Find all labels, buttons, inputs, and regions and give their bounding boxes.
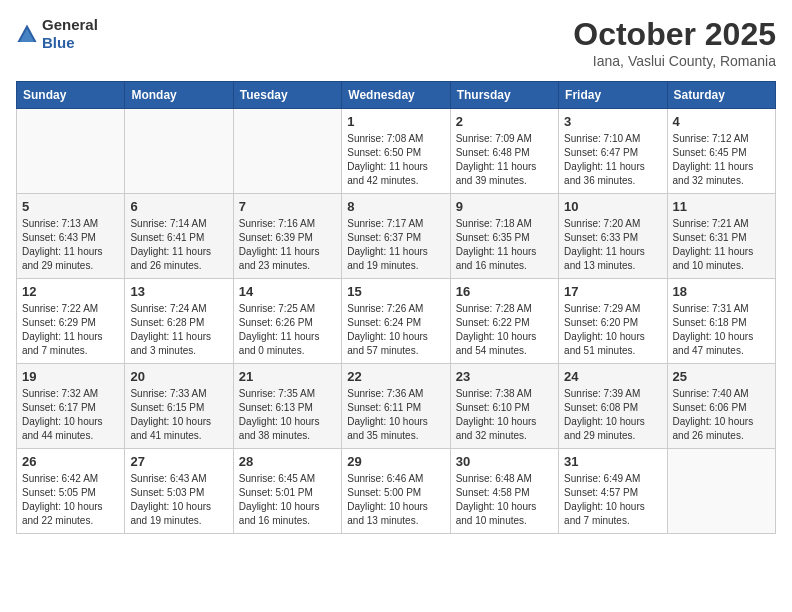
weekday-header-friday: Friday <box>559 82 667 109</box>
day-number: 31 <box>564 454 661 469</box>
calendar-cell: 7Sunrise: 7:16 AM Sunset: 6:39 PM Daylig… <box>233 194 341 279</box>
day-info: Sunrise: 7:13 AM Sunset: 6:43 PM Dayligh… <box>22 217 119 273</box>
day-info: Sunrise: 6:46 AM Sunset: 5:00 PM Dayligh… <box>347 472 444 528</box>
day-info: Sunrise: 7:22 AM Sunset: 6:29 PM Dayligh… <box>22 302 119 358</box>
calendar-cell: 4Sunrise: 7:12 AM Sunset: 6:45 PM Daylig… <box>667 109 775 194</box>
day-number: 12 <box>22 284 119 299</box>
day-number: 11 <box>673 199 770 214</box>
day-number: 1 <box>347 114 444 129</box>
calendar-cell: 13Sunrise: 7:24 AM Sunset: 6:28 PM Dayli… <box>125 279 233 364</box>
day-info: Sunrise: 7:26 AM Sunset: 6:24 PM Dayligh… <box>347 302 444 358</box>
day-number: 4 <box>673 114 770 129</box>
week-row-1: 1Sunrise: 7:08 AM Sunset: 6:50 PM Daylig… <box>17 109 776 194</box>
day-number: 5 <box>22 199 119 214</box>
day-number: 10 <box>564 199 661 214</box>
day-number: 20 <box>130 369 227 384</box>
calendar-cell: 29Sunrise: 6:46 AM Sunset: 5:00 PM Dayli… <box>342 449 450 534</box>
calendar-title: October 2025 <box>573 16 776 53</box>
day-info: Sunrise: 7:40 AM Sunset: 6:06 PM Dayligh… <box>673 387 770 443</box>
calendar-cell: 23Sunrise: 7:38 AM Sunset: 6:10 PM Dayli… <box>450 364 558 449</box>
day-info: Sunrise: 7:31 AM Sunset: 6:18 PM Dayligh… <box>673 302 770 358</box>
day-info: Sunrise: 7:21 AM Sunset: 6:31 PM Dayligh… <box>673 217 770 273</box>
calendar-cell: 16Sunrise: 7:28 AM Sunset: 6:22 PM Dayli… <box>450 279 558 364</box>
calendar-cell <box>667 449 775 534</box>
calendar-cell: 9Sunrise: 7:18 AM Sunset: 6:35 PM Daylig… <box>450 194 558 279</box>
calendar-cell: 10Sunrise: 7:20 AM Sunset: 6:33 PM Dayli… <box>559 194 667 279</box>
calendar-cell: 2Sunrise: 7:09 AM Sunset: 6:48 PM Daylig… <box>450 109 558 194</box>
day-number: 19 <box>22 369 119 384</box>
calendar-cell: 25Sunrise: 7:40 AM Sunset: 6:06 PM Dayli… <box>667 364 775 449</box>
day-info: Sunrise: 6:42 AM Sunset: 5:05 PM Dayligh… <box>22 472 119 528</box>
day-info: Sunrise: 7:14 AM Sunset: 6:41 PM Dayligh… <box>130 217 227 273</box>
day-number: 9 <box>456 199 553 214</box>
weekday-header-thursday: Thursday <box>450 82 558 109</box>
calendar-cell: 11Sunrise: 7:21 AM Sunset: 6:31 PM Dayli… <box>667 194 775 279</box>
calendar-cell: 1Sunrise: 7:08 AM Sunset: 6:50 PM Daylig… <box>342 109 450 194</box>
day-info: Sunrise: 7:09 AM Sunset: 6:48 PM Dayligh… <box>456 132 553 188</box>
calendar-subtitle: Iana, Vaslui County, Romania <box>573 53 776 69</box>
day-number: 23 <box>456 369 553 384</box>
calendar-cell: 19Sunrise: 7:32 AM Sunset: 6:17 PM Dayli… <box>17 364 125 449</box>
day-info: Sunrise: 7:16 AM Sunset: 6:39 PM Dayligh… <box>239 217 336 273</box>
day-info: Sunrise: 7:38 AM Sunset: 6:10 PM Dayligh… <box>456 387 553 443</box>
day-number: 24 <box>564 369 661 384</box>
logo-blue: Blue <box>42 34 98 52</box>
day-info: Sunrise: 7:10 AM Sunset: 6:47 PM Dayligh… <box>564 132 661 188</box>
day-number: 29 <box>347 454 444 469</box>
calendar-cell: 26Sunrise: 6:42 AM Sunset: 5:05 PM Dayli… <box>17 449 125 534</box>
calendar-cell: 3Sunrise: 7:10 AM Sunset: 6:47 PM Daylig… <box>559 109 667 194</box>
calendar-cell <box>17 109 125 194</box>
day-info: Sunrise: 7:33 AM Sunset: 6:15 PM Dayligh… <box>130 387 227 443</box>
day-info: Sunrise: 7:39 AM Sunset: 6:08 PM Dayligh… <box>564 387 661 443</box>
day-info: Sunrise: 6:49 AM Sunset: 4:57 PM Dayligh… <box>564 472 661 528</box>
day-info: Sunrise: 6:43 AM Sunset: 5:03 PM Dayligh… <box>130 472 227 528</box>
day-number: 14 <box>239 284 336 299</box>
day-info: Sunrise: 7:36 AM Sunset: 6:11 PM Dayligh… <box>347 387 444 443</box>
calendar-cell: 28Sunrise: 6:45 AM Sunset: 5:01 PM Dayli… <box>233 449 341 534</box>
weekday-header-tuesday: Tuesday <box>233 82 341 109</box>
calendar-cell <box>125 109 233 194</box>
day-number: 27 <box>130 454 227 469</box>
day-number: 18 <box>673 284 770 299</box>
day-info: Sunrise: 6:45 AM Sunset: 5:01 PM Dayligh… <box>239 472 336 528</box>
calendar-cell: 6Sunrise: 7:14 AM Sunset: 6:41 PM Daylig… <box>125 194 233 279</box>
calendar-cell: 15Sunrise: 7:26 AM Sunset: 6:24 PM Dayli… <box>342 279 450 364</box>
day-number: 15 <box>347 284 444 299</box>
calendar-cell: 21Sunrise: 7:35 AM Sunset: 6:13 PM Dayli… <box>233 364 341 449</box>
day-number: 16 <box>456 284 553 299</box>
day-number: 6 <box>130 199 227 214</box>
weekday-header-sunday: Sunday <box>17 82 125 109</box>
day-number: 28 <box>239 454 336 469</box>
day-number: 22 <box>347 369 444 384</box>
weekday-header-row: SundayMondayTuesdayWednesdayThursdayFrid… <box>17 82 776 109</box>
weekday-header-wednesday: Wednesday <box>342 82 450 109</box>
calendar-cell: 5Sunrise: 7:13 AM Sunset: 6:43 PM Daylig… <box>17 194 125 279</box>
day-info: Sunrise: 7:32 AM Sunset: 6:17 PM Dayligh… <box>22 387 119 443</box>
calendar-table: SundayMondayTuesdayWednesdayThursdayFrid… <box>16 81 776 534</box>
week-row-2: 5Sunrise: 7:13 AM Sunset: 6:43 PM Daylig… <box>17 194 776 279</box>
calendar-cell: 27Sunrise: 6:43 AM Sunset: 5:03 PM Dayli… <box>125 449 233 534</box>
calendar-cell: 31Sunrise: 6:49 AM Sunset: 4:57 PM Dayli… <box>559 449 667 534</box>
calendar-cell: 30Sunrise: 6:48 AM Sunset: 4:58 PM Dayli… <box>450 449 558 534</box>
day-number: 30 <box>456 454 553 469</box>
day-number: 3 <box>564 114 661 129</box>
weekday-header-saturday: Saturday <box>667 82 775 109</box>
day-number: 8 <box>347 199 444 214</box>
weekday-header-monday: Monday <box>125 82 233 109</box>
calendar-cell: 20Sunrise: 7:33 AM Sunset: 6:15 PM Dayli… <box>125 364 233 449</box>
page-header: General Blue October 2025 Iana, Vaslui C… <box>16 16 776 69</box>
day-info: Sunrise: 7:18 AM Sunset: 6:35 PM Dayligh… <box>456 217 553 273</box>
day-info: Sunrise: 7:20 AM Sunset: 6:33 PM Dayligh… <box>564 217 661 273</box>
calendar-cell: 22Sunrise: 7:36 AM Sunset: 6:11 PM Dayli… <box>342 364 450 449</box>
day-number: 2 <box>456 114 553 129</box>
day-info: Sunrise: 7:12 AM Sunset: 6:45 PM Dayligh… <box>673 132 770 188</box>
day-info: Sunrise: 6:48 AM Sunset: 4:58 PM Dayligh… <box>456 472 553 528</box>
day-number: 21 <box>239 369 336 384</box>
calendar-cell <box>233 109 341 194</box>
logo-icon <box>16 23 38 45</box>
logo-general: General <box>42 16 98 34</box>
week-row-5: 26Sunrise: 6:42 AM Sunset: 5:05 PM Dayli… <box>17 449 776 534</box>
calendar-cell: 12Sunrise: 7:22 AM Sunset: 6:29 PM Dayli… <box>17 279 125 364</box>
day-number: 25 <box>673 369 770 384</box>
calendar-cell: 18Sunrise: 7:31 AM Sunset: 6:18 PM Dayli… <box>667 279 775 364</box>
